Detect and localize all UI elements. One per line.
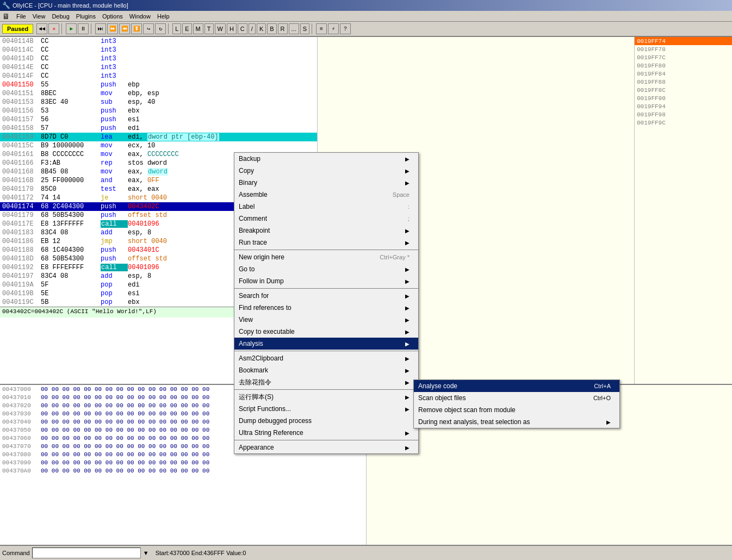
stack-row[interactable]: 0019FF88 [635, 78, 732, 86]
toolbar-animate[interactable]: ↻ [155, 23, 166, 34]
stack-row[interactable]: 0019FF84 [635, 70, 732, 78]
disasm-row[interactable]: 00401153 83EC 40 sub esp, 40 [0, 98, 317, 107]
toolbar-stop[interactable]: ✕ [48, 23, 59, 34]
stack-row[interactable]: 0019FF8C [635, 86, 732, 94]
title-bar: 🔧 OllyICE - [CPU - main thread, module h… [0, 0, 732, 11]
toolbar-w[interactable]: W [215, 23, 226, 34]
context-menu-item[interactable]: Analysis ▶ [234, 338, 418, 350]
context-menu-item[interactable]: Breakpoint ▶ [234, 225, 418, 237]
stack-row[interactable]: 0019FF90 [635, 94, 732, 102]
stack-row[interactable]: 0019FF94 [635, 102, 732, 110]
context-menu-item[interactable]: Go to ▶ [234, 263, 418, 275]
menu-window[interactable]: Window [126, 12, 154, 21]
disasm-row[interactable]: 0040114C CC int3 [0, 46, 317, 54]
toolbar-b[interactable]: B [267, 23, 276, 34]
disasm-row[interactable]: 0040114E CC int3 [0, 63, 317, 72]
toolbar-slash[interactable]: / [249, 23, 256, 34]
toolbar-l[interactable]: L [172, 23, 181, 34]
submenu-item[interactable]: Analyse code Ctrl+A [414, 380, 619, 392]
context-menu: Backup ▶ Copy ▶ Binary ▶ Assemble Space … [234, 152, 419, 454]
toolbar-step-back[interactable]: ⏪ [119, 23, 130, 34]
context-menu-item[interactable]: Script Functions... ▶ [234, 403, 418, 415]
context-menu-item[interactable]: View ▶ [234, 314, 418, 326]
toolbar-sep1 [61, 23, 64, 34]
disasm-row[interactable]: 0040114B CC int3 [0, 37, 317, 46]
stack-row[interactable]: 0019FF74 [635, 37, 732, 45]
disasm-row[interactable]: 00401156 53 push ebx [0, 107, 317, 115]
submenu-item-label: Scan object files [418, 394, 466, 402]
stack-row[interactable]: 0019FF9C [635, 119, 732, 127]
context-menu-shortcut: : [408, 203, 410, 210]
menu-view[interactable]: View [29, 12, 49, 21]
toolbar-h[interactable]: H [227, 23, 237, 34]
toolbar-step-in[interactable]: ⏭ [95, 23, 106, 34]
context-menu-item[interactable]: Ultra String Reference ▶ [234, 427, 418, 439]
menu-debug[interactable]: Debug [48, 12, 72, 21]
context-menu-item[interactable]: Asm2Clipboard ▶ [234, 352, 418, 364]
submenu-item[interactable]: Remove object scan from module [414, 404, 619, 416]
toolbar-s[interactable]: S [300, 23, 309, 34]
disasm-row[interactable]: 0040114D CC int3 [0, 54, 317, 63]
menu-options[interactable]: Options [99, 12, 126, 21]
context-menu-item[interactable]: Search for ▶ [234, 290, 418, 302]
context-menu-item[interactable]: Follow in Dump ▶ [234, 275, 418, 287]
submenu-arrow: ▶ [405, 240, 410, 246]
toolbar-m[interactable]: M [193, 23, 203, 34]
context-menu-item-label: Go to [239, 265, 255, 273]
command-input[interactable] [32, 547, 141, 558]
toolbar-run[interactable]: ► [66, 23, 77, 34]
toolbar-k[interactable]: K [257, 23, 266, 34]
disasm-row[interactable]: 00401158 57 push edi [0, 124, 317, 133]
context-menu-item[interactable]: Dump debugged process [234, 415, 418, 427]
toolbar-step-out[interactable]: ⏬ [131, 23, 142, 34]
context-menu-item[interactable]: Run trace ▶ [234, 237, 418, 248]
context-menu-item[interactable]: 运行脚本(S) ▶ [234, 391, 418, 403]
disasm-row[interactable]: 0040114F CC int3 [0, 72, 317, 80]
dump-row[interactable]: 004370A000 00 00 00 00 00 00 00 00 00 00… [0, 466, 366, 475]
toolbar-watch[interactable]: ⚡ [328, 23, 339, 34]
toolbar-dots[interactable]: ... [289, 23, 299, 34]
context-menu-item[interactable]: New origin here Ctrl+Gray * [234, 251, 418, 263]
toolbar-t[interactable]: T [204, 23, 214, 34]
toolbar-sep2 [91, 23, 93, 34]
context-menu-item[interactable]: Appearance ▶ [234, 441, 418, 453]
toolbar-e[interactable]: E [182, 23, 191, 34]
stack-row[interactable]: 0019FF80 [635, 61, 732, 70]
disasm-row[interactable]: 00401159 8D7D C0 lea edi, dword ptr [ebp… [0, 133, 317, 141]
menu-file[interactable]: File [13, 12, 29, 21]
context-menu-item[interactable]: 去除花指令 ▶ [234, 376, 418, 388]
toolbar-r[interactable]: R [278, 23, 288, 34]
dump-row[interactable]: 0043709000 00 00 00 00 00 00 00 00 00 00… [0, 458, 366, 466]
disasm-row[interactable]: 00401150 55 push ebp [0, 80, 317, 89]
context-menu-item[interactable]: Bookmark ▶ [234, 364, 418, 376]
context-menu-item[interactable]: Label : [234, 201, 418, 213]
toolbar-step-over[interactable]: ⏩ [107, 23, 118, 34]
submenu-arrow: ▶ [405, 305, 410, 311]
toolbar-trace[interactable]: ↪ [143, 23, 154, 34]
context-menu-item[interactable]: Binary ▶ [234, 177, 418, 189]
toolbar-c[interactable]: C [238, 23, 247, 34]
dropdown-arrow[interactable]: ▼ [143, 550, 149, 556]
toolbar-restart[interactable]: ◄◄ [36, 23, 47, 34]
disasm-row[interactable]: 0040115C B9 10000000 mov ecx, 10 [0, 141, 317, 150]
toolbar-help[interactable]: ? [340, 23, 351, 34]
submenu-item[interactable]: Scan object files Ctrl+O [414, 392, 619, 404]
toolbar-breakpoints[interactable]: ≡ [316, 23, 327, 34]
submenu-arrow: ▶ [405, 156, 410, 162]
stack-row[interactable]: 0019FF78 [635, 45, 732, 53]
context-menu-item[interactable]: Assemble Space [234, 189, 418, 201]
stack-row[interactable]: 0019FF98 [635, 110, 732, 119]
context-menu-item[interactable]: Comment ; [234, 213, 418, 225]
disasm-row[interactable]: 00401157 56 push esi [0, 115, 317, 124]
context-menu-item-label: Search for [239, 292, 269, 300]
context-menu-item[interactable]: Find references to ▶ [234, 302, 418, 314]
toolbar-pause[interactable]: ⏸ [78, 23, 89, 34]
submenu-item[interactable]: During next analysis, treat selection as… [414, 416, 619, 428]
stack-row[interactable]: 0019FF7C [635, 53, 732, 61]
menu-plugins[interactable]: Plugins [73, 12, 99, 21]
disasm-row[interactable]: 00401151 8BEC mov ebp, esp [0, 89, 317, 98]
context-menu-item[interactable]: Backup ▶ [234, 153, 418, 165]
context-menu-item[interactable]: Copy to executable ▶ [234, 326, 418, 338]
menu-help[interactable]: Help [154, 12, 173, 21]
context-menu-item[interactable]: Copy ▶ [234, 165, 418, 177]
